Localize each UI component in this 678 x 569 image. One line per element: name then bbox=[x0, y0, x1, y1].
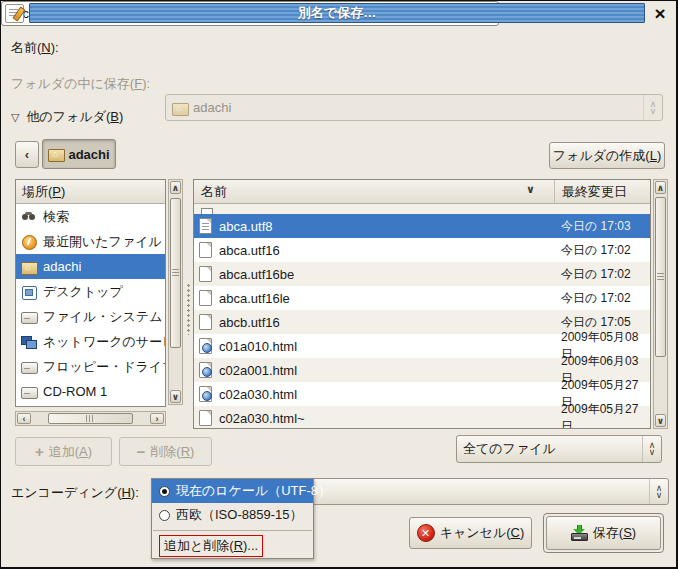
file-row[interactable]: abca.utf16be 今日の 17:02 bbox=[194, 262, 650, 286]
scroll-up-icon[interactable]: ∧ bbox=[170, 181, 181, 194]
cancel-x-icon: ✕ bbox=[417, 524, 435, 542]
places-item[interactable]: CD-ROM 1 bbox=[16, 379, 165, 404]
file-icon bbox=[199, 290, 212, 306]
file-modified-date: 今日の 17:03 bbox=[561, 214, 631, 238]
file-icon bbox=[199, 338, 212, 354]
file-row[interactable]: abca.utf16 今日の 17:02 bbox=[194, 238, 650, 262]
file-name-cell: abca.utf16le bbox=[199, 286, 290, 310]
menu-item-western[interactable]: 西欧（ISO-8859-15） bbox=[152, 503, 313, 527]
places-item[interactable]: 検索 bbox=[16, 204, 165, 229]
places-hscroll-thumb[interactable] bbox=[48, 413, 133, 424]
places-item[interactable]: adachi bbox=[16, 254, 165, 279]
place-icon bbox=[21, 259, 37, 275]
file-icon bbox=[199, 410, 212, 426]
save-disk-icon bbox=[571, 525, 588, 541]
file-name: abca.utf8 bbox=[219, 219, 273, 234]
file-name-cell: abca.utf16be bbox=[199, 262, 294, 286]
titlebar-band[interactable]: 別名で保存… bbox=[29, 3, 645, 23]
file-name: abcb.utf16 bbox=[219, 315, 280, 330]
menu-item-label: 西欧（ISO-8859-15） bbox=[176, 506, 302, 524]
other-folders-expander[interactable]: ▽ 他のフォルダ(B) bbox=[11, 107, 123, 127]
name-label: 名前(N): bbox=[11, 39, 59, 57]
save-button[interactable]: 保存(S) bbox=[546, 516, 661, 550]
file-row[interactable]: c02a030.html~ 2009年05月27日 bbox=[194, 406, 650, 429]
minus-icon: − bbox=[137, 444, 146, 459]
file-row[interactable]: abca.utf8 今日の 17:03 bbox=[194, 214, 650, 238]
expander-label: 他のフォルダ(B) bbox=[26, 108, 123, 126]
save-in-folder-combo[interactable]: adachi ∧∨ bbox=[165, 94, 663, 121]
cancel-button[interactable]: ✕ キャンセル(C) bbox=[409, 517, 532, 549]
places-item[interactable]: WINDOWS bbox=[16, 404, 165, 407]
file-list-pane: 名前 ∨ 最終変更日 abca.utf8 今日の 17:03 abca.utf1… bbox=[193, 179, 651, 429]
places-item[interactable]: ネットワークのサービス bbox=[16, 329, 165, 354]
file-icon bbox=[199, 386, 212, 402]
file-name-cell: c01a010.html bbox=[199, 334, 297, 358]
column-header-name[interactable]: 名前 bbox=[194, 180, 555, 203]
places-item[interactable]: ファイル・システム bbox=[16, 304, 165, 329]
file-row[interactable]: abca.utf16le 今日の 17:02 bbox=[194, 286, 650, 310]
places-item[interactable]: フロッピー・ドライブ bbox=[16, 354, 165, 379]
place-label: 検索 bbox=[43, 208, 69, 226]
file-list-vertical-scrollbar[interactable]: ∧ ∨ bbox=[653, 179, 668, 429]
scroll-down-icon[interactable]: ∨ bbox=[170, 390, 181, 403]
file-name-cell: c02a030.html~ bbox=[199, 406, 305, 429]
places-header[interactable]: 場所(P) bbox=[16, 180, 165, 204]
menu-item-current-locale[interactable]: 現在のロケール（UTF-8） bbox=[152, 479, 313, 503]
column-name-label: 名前 bbox=[201, 183, 227, 201]
menu-item-label: 現在のロケール（UTF-8） bbox=[176, 482, 331, 500]
menu-item-add-remove[interactable]: 追加と削除(R)... bbox=[152, 534, 313, 558]
file-list-vscroll-thumb[interactable] bbox=[655, 197, 666, 357]
file-name: abca.utf16 bbox=[219, 243, 280, 258]
places-vertical-scrollbar[interactable]: ∧ ∨ bbox=[168, 179, 183, 405]
create-folder-label: フォルダの作成(L) bbox=[553, 147, 661, 165]
file-modified-date: 2009年05月27日 bbox=[561, 406, 650, 429]
file-name: c02a001.html bbox=[219, 363, 297, 378]
scroll-down-icon[interactable]: ∨ bbox=[655, 414, 666, 427]
column-header-modified[interactable]: 最終変更日 bbox=[555, 180, 650, 203]
path-current-folder-button[interactable]: adachi bbox=[42, 139, 116, 169]
file-icon bbox=[199, 362, 212, 378]
remove-place-button[interactable]: − 削除(R) bbox=[119, 437, 212, 466]
places-horizontal-scrollbar[interactable]: ‹ › bbox=[15, 411, 166, 426]
expander-open-icon: ▽ bbox=[11, 111, 19, 124]
radio-unselected-icon bbox=[159, 510, 170, 521]
file-type-value: 全てのファイル bbox=[463, 440, 556, 458]
partially-scrolled-row[interactable] bbox=[194, 204, 650, 214]
file-list-header: 名前 ∨ 最終変更日 bbox=[194, 180, 650, 204]
place-label: ネットワークのサービス bbox=[43, 333, 165, 351]
file-icon bbox=[199, 218, 212, 234]
scroll-left-icon[interactable]: ‹ bbox=[17, 413, 31, 424]
save-in-label: フォルダの中に保存(F): bbox=[11, 75, 150, 93]
path-current-label: adachi bbox=[68, 147, 109, 162]
close-icon[interactable]: × bbox=[648, 2, 672, 25]
scroll-right-icon[interactable]: › bbox=[150, 413, 164, 424]
place-label: ファイル・システム bbox=[43, 308, 162, 326]
file-list: abca.utf8 今日の 17:03 abca.utf16 今日の 17:02… bbox=[194, 214, 650, 429]
file-name-cell: abcb.utf16 bbox=[199, 310, 280, 334]
places-item[interactable]: デスクトップ bbox=[16, 279, 165, 304]
radio-selected-icon bbox=[159, 486, 170, 497]
place-icon bbox=[21, 309, 37, 325]
file-modified-date: 今日の 17:02 bbox=[561, 238, 631, 262]
place-label: 最近開いたファイル bbox=[43, 233, 162, 251]
combo-spinner-icon: ∧∨ bbox=[642, 436, 661, 462]
pane-splitter-handle[interactable] bbox=[186, 283, 191, 335]
create-folder-button[interactable]: フォルダの作成(L) bbox=[549, 142, 665, 169]
add-place-button[interactable]: + 追加(A) bbox=[15, 437, 112, 466]
save-in-folder-value: adachi bbox=[193, 100, 231, 115]
place-icon bbox=[21, 359, 37, 375]
titlebar[interactable]: 別名で保存… × bbox=[1, 1, 676, 27]
file-type-combo[interactable]: 全てのファイル ∧∨ bbox=[456, 435, 662, 463]
places-vscroll-thumb[interactable] bbox=[170, 198, 181, 348]
place-icon bbox=[21, 209, 37, 225]
file-name-cell: c02a030.html bbox=[199, 382, 297, 406]
places-header-label: 場所(P) bbox=[22, 183, 65, 201]
file-name-cell: abca.utf8 bbox=[199, 214, 273, 238]
save-label: 保存(S) bbox=[593, 524, 636, 542]
plus-icon: + bbox=[35, 444, 44, 459]
places-item[interactable]: 最近開いたファイル bbox=[16, 229, 165, 254]
menu-item-label: 追加と削除(R)... bbox=[159, 535, 263, 557]
scroll-up-icon[interactable]: ∧ bbox=[655, 181, 666, 194]
place-icon bbox=[21, 234, 37, 250]
path-back-button[interactable]: ‹ bbox=[15, 141, 39, 168]
